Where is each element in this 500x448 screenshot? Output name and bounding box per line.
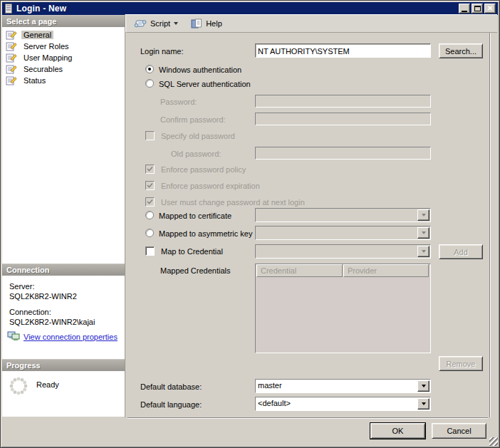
sidebar-item-user-mapping[interactable]: User Mapping xyxy=(2,52,125,63)
map-to-credential-label: Map to Credential xyxy=(161,247,223,256)
connection-value: SQL2K8R2-WINR2\kajai xyxy=(9,318,95,326)
check-icon xyxy=(147,182,153,189)
mapped-credentials-table: Credential Provider xyxy=(255,264,431,353)
must-change-password-checkbox xyxy=(145,197,155,207)
remove-button: Remove xyxy=(439,356,483,371)
server-label: Server: xyxy=(9,282,34,291)
sidebar-item-status[interactable]: Status xyxy=(2,75,125,86)
script-button[interactable]: Script xyxy=(130,16,182,31)
confirm-password-label: Confirm password: xyxy=(160,115,226,124)
chevron-down-icon xyxy=(174,22,178,25)
asymmetric-key-combo xyxy=(255,226,431,240)
certificate-combo xyxy=(255,208,431,222)
progress-status: Ready xyxy=(36,380,59,389)
resize-grip[interactable] xyxy=(489,437,498,446)
must-change-password-label: User must change password at next login xyxy=(161,198,305,207)
search-button[interactable]: Search... xyxy=(439,43,483,58)
old-password-label: Old password: xyxy=(171,150,221,158)
chevron-down-icon xyxy=(422,385,426,387)
chevron-down-icon xyxy=(422,214,426,217)
select-a-page-header: Select a page xyxy=(2,15,125,27)
sidebar-item-server-roles[interactable]: Server Roles xyxy=(2,41,125,52)
default-database-value: master xyxy=(258,381,417,390)
mapped-to-asymmetric-key-radio[interactable] xyxy=(145,229,154,237)
server-value: SQL2K8R2-WINR2 xyxy=(9,292,77,301)
login-name-label: Login name: xyxy=(140,47,184,56)
help-icon xyxy=(191,19,202,28)
map-to-credential-checkbox[interactable] xyxy=(145,246,155,256)
radio-dot xyxy=(148,68,151,71)
default-database-label: Default database: xyxy=(140,382,202,391)
ok-button[interactable]: OK xyxy=(370,423,425,439)
sidebar-item-label: Status xyxy=(21,76,48,85)
page-icon xyxy=(6,75,17,85)
default-language-value: <default> xyxy=(258,399,417,407)
app-icon xyxy=(4,4,14,14)
combo-field xyxy=(255,244,431,259)
specify-old-password-label: Specify old password xyxy=(161,132,235,140)
sidebar-item-general[interactable]: General xyxy=(2,29,125,41)
confirm-password-input xyxy=(255,113,431,125)
default-language-label: Default language: xyxy=(140,400,202,409)
password-input xyxy=(255,95,431,108)
cancel-button[interactable]: Cancel xyxy=(432,423,486,439)
combo-dropdown-button xyxy=(417,227,429,239)
combo-field xyxy=(255,226,431,240)
connection-panel: Server: SQL2K8R2-WINR2 Connection: SQL2K… xyxy=(2,276,125,359)
login-name-input[interactable] xyxy=(255,43,431,58)
old-password-input xyxy=(255,147,431,160)
connection-header: Connection xyxy=(2,264,125,276)
sidebar-main-divider xyxy=(125,14,125,417)
footer-separator-highlight xyxy=(127,418,488,419)
combo-dropdown-button xyxy=(417,246,429,257)
chevron-down-icon xyxy=(422,231,426,234)
mapped-to-asymmetric-key-label: Mapped to asymmetric key xyxy=(159,229,252,238)
progress-header: Progress xyxy=(2,359,125,371)
page-list-panel: General Server Roles User Mapping Secura… xyxy=(2,27,125,264)
default-database-combo[interactable]: master xyxy=(255,379,431,393)
title-bar: Login - New ✕ xyxy=(2,2,498,15)
connection-properties-icon xyxy=(7,331,20,343)
chevron-down-icon xyxy=(422,250,426,253)
mapped-to-certificate-radio[interactable] xyxy=(145,211,154,219)
combo-dropdown-button[interactable] xyxy=(417,398,429,410)
mapped-to-certificate-label: Mapped to certificate xyxy=(159,212,231,220)
page-icon xyxy=(6,64,17,74)
help-button-label: Help xyxy=(206,19,222,28)
close-icon: ✕ xyxy=(487,5,493,12)
page-icon xyxy=(6,53,17,63)
windows-authentication-radio[interactable] xyxy=(145,65,154,73)
specify-old-password-checkbox xyxy=(145,131,155,140)
minimize-icon xyxy=(462,11,467,12)
page-icon xyxy=(6,41,17,51)
credential-combo xyxy=(255,244,431,259)
minimize-button[interactable] xyxy=(459,4,470,14)
close-button[interactable]: ✕ xyxy=(484,4,496,14)
windows-authentication-label: Windows authentication xyxy=(159,66,241,74)
maximize-icon xyxy=(474,6,481,11)
view-connection-properties-link[interactable]: View connection properties xyxy=(24,333,118,341)
add-button: Add xyxy=(439,244,483,259)
enforce-password-expiration-label: Enforce password expiration xyxy=(161,182,260,190)
combo-dropdown-button[interactable] xyxy=(417,380,429,392)
sidebar-item-securables[interactable]: Securables xyxy=(2,63,125,75)
enforce-password-expiration-checkbox xyxy=(145,181,155,190)
column-header-provider: Provider xyxy=(343,264,429,277)
help-button[interactable]: Help xyxy=(187,16,226,31)
combo-field xyxy=(255,208,431,222)
sidebar-item-label: Server Roles xyxy=(21,42,71,51)
combo-dropdown-button xyxy=(417,209,429,221)
column-header-credential: Credential xyxy=(256,264,343,277)
enforce-password-policy-checkbox xyxy=(145,165,155,174)
script-icon xyxy=(134,19,147,28)
sql-authentication-label: SQL Server authentication xyxy=(159,80,251,88)
progress-spinner-icon xyxy=(9,376,28,397)
default-language-combo[interactable]: <default> xyxy=(255,397,431,411)
script-button-label: Script xyxy=(150,19,170,28)
sidebar-item-label: General xyxy=(21,31,53,39)
password-label: Password: xyxy=(160,98,197,106)
check-icon xyxy=(147,166,153,172)
window-title: Login - New xyxy=(16,4,66,14)
maximize-button[interactable] xyxy=(472,4,483,14)
sql-authentication-radio[interactable] xyxy=(145,79,154,88)
